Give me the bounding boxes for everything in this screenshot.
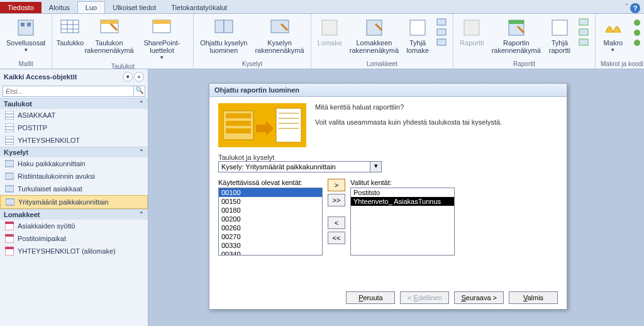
list-item[interactable]: 00200 xyxy=(219,215,322,223)
report-wizard-dialog: Ohjattu raportin luominen xyxy=(209,83,567,310)
sharepoint-icon xyxy=(152,18,172,38)
ribbon-btn-raportti: Raportti xyxy=(457,16,487,59)
add-all-fields-button[interactable]: >> xyxy=(328,194,345,206)
query-object-icon xyxy=(6,198,14,206)
ribbon-group-label: Lomakkeet xyxy=(315,59,449,69)
dropdown-icon[interactable]: ▾ xyxy=(370,161,382,172)
table-object-icon xyxy=(5,111,14,120)
next-button[interactable]: Seuraava > xyxy=(454,291,504,304)
selected-fields-label: Valitut kentät: xyxy=(350,179,455,186)
svg-rect-47 xyxy=(5,234,14,237)
ribbon-minimize-icon[interactable]: ˇ xyxy=(626,3,628,13)
svg-rect-31 xyxy=(5,111,14,120)
nav-item-asiakkaiden-syotto[interactable]: Asiakkaiden syöttö xyxy=(0,220,148,232)
nav-item-postitp[interactable]: POSTITP xyxy=(0,121,148,134)
ribbon-btn-kyselyn-rakenne[interactable]: Kyselyn rakennenäkymä xyxy=(252,16,306,59)
svg-rect-15 xyxy=(322,20,337,35)
ribbon-btn-taulukko[interactable]: Taulukko xyxy=(56,16,84,62)
form-icon xyxy=(319,18,340,38)
list-item[interactable]: 00100 xyxy=(219,188,322,197)
list-item[interactable]: 00150 xyxy=(219,197,322,206)
svg-rect-11 xyxy=(153,20,170,24)
nav-item-haku-paikkakunnittain[interactable]: Haku paikkakunnittain xyxy=(0,157,148,170)
svg-rect-49 xyxy=(5,247,14,249)
nav-item-yritysmaarat[interactable]: Yritysmäärät paikkakunnittain xyxy=(0,195,148,209)
ribbon-btn-raportti-more[interactable] xyxy=(576,16,591,59)
form-design-icon xyxy=(364,18,384,38)
tab-external[interactable]: Ulkoiset tiedot xyxy=(105,2,164,13)
dialog-title: Ohjattu raportin luominen xyxy=(209,84,567,97)
nav-section-taulukot[interactable]: Taulukot⌃ xyxy=(0,98,148,109)
svg-rect-53 xyxy=(226,121,251,126)
query-design-icon xyxy=(270,18,290,38)
available-fields-label: Käytettävissä olevat kentät: xyxy=(218,179,323,186)
ribbon-btn-ohjattu-kysely[interactable]: Ohjattu kyselyn luominen xyxy=(197,16,250,59)
svg-rect-27 xyxy=(579,39,588,45)
ribbon-btn-sharepoint[interactable]: SharePoint-luettelot▾ xyxy=(135,16,189,62)
more-forms-icon xyxy=(436,18,447,48)
ribbon-tabs: Tiedosto Aloitus Luo Ulkoiset tiedot Tie… xyxy=(0,0,644,14)
ribbon-btn-tyhja-lomake[interactable]: Tyhjä lomake xyxy=(404,16,431,59)
source-label: Taulukot ja kyselyt xyxy=(218,154,558,161)
svg-rect-18 xyxy=(437,19,446,25)
nav-item-turkulaiset[interactable]: Turkulaiset asiakkaat xyxy=(0,183,148,195)
macro-icon xyxy=(603,18,623,38)
list-item[interactable]: 00330 xyxy=(219,241,322,250)
nav-dropdown-icon[interactable]: ▾ xyxy=(123,72,133,82)
ribbon-btn-lomake-more[interactable] xyxy=(434,16,449,59)
nav-section-lomakkeet[interactable]: Lomakkeet⌃ xyxy=(0,209,148,220)
svg-point-28 xyxy=(634,20,640,26)
nav-item-asiakkaat[interactable]: ASIAKKAAT xyxy=(0,109,148,121)
finish-button[interactable]: Valmis xyxy=(509,291,558,304)
tab-dbtools[interactable]: Tietokantatyökalut xyxy=(164,2,235,13)
svg-rect-23 xyxy=(509,20,524,24)
ribbon-btn-raportin-rakenne[interactable]: Raportin rakennenäkymä xyxy=(489,16,543,59)
svg-rect-20 xyxy=(437,39,446,45)
form-object-icon xyxy=(5,222,14,230)
ribbon-btn-sovellusosat[interactable]: Sovellusosat▾ xyxy=(4,16,48,59)
ribbon-group-raportit: Raportti Raportin rakennenäkymä Tyhjä ra… xyxy=(453,14,596,69)
svg-rect-19 xyxy=(437,29,446,35)
available-fields-list[interactable]: 00100 00150 00180 00200 00260 00270 0033… xyxy=(218,188,323,256)
cancel-button[interactable]: Peruuta xyxy=(346,291,395,304)
ribbon-group-taulukot: Taulukko Taulukon rakennenäkymä SharePoi… xyxy=(52,14,194,69)
list-item[interactable]: 00270 xyxy=(219,232,322,241)
nav-collapse-icon[interactable]: « xyxy=(134,72,144,82)
add-field-button[interactable]: > xyxy=(328,179,345,191)
nav-section-kyselyt[interactable]: Kyselyt⌃ xyxy=(0,147,148,157)
tab-create[interactable]: Luo xyxy=(77,1,105,13)
svg-rect-3 xyxy=(61,20,79,33)
list-item[interactable]: Yhteenveto_ AsiakasTunnus xyxy=(351,197,454,206)
svg-rect-41 xyxy=(5,173,14,179)
nav-item-postitoimipaikat[interactable]: Postitoimipaikat xyxy=(0,232,148,245)
blank-form-icon xyxy=(408,18,428,38)
ribbon-btn-makro-more[interactable] xyxy=(630,16,644,59)
source-combo[interactable]: ▾ xyxy=(218,161,382,172)
nav-item-ristiintaulukointi[interactable]: Ristiintaulukoinnin avuksi xyxy=(0,170,148,183)
nav-title[interactable]: Kaikki Access-objektit ▾« xyxy=(0,69,148,84)
svg-rect-42 xyxy=(5,186,14,192)
ribbon-btn-taulukon-rakenne[interactable]: Taulukon rakennenäkymä xyxy=(86,16,131,62)
ribbon-group-label: Makrot ja koodi xyxy=(599,59,644,69)
ribbon-btn-tyhja-raportti[interactable]: Tyhjä raportti xyxy=(546,16,574,59)
list-item[interactable]: 00260 xyxy=(219,223,322,232)
help-icon[interactable]: ? xyxy=(630,3,640,13)
tab-home[interactable]: Aloitus xyxy=(42,2,77,13)
list-item[interactable]: 00180 xyxy=(219,206,322,215)
svg-rect-40 xyxy=(5,160,14,167)
search-icon[interactable]: 🔍 xyxy=(134,86,145,97)
selected-fields-list[interactable]: Postitsto Yhteenveto_ AsiakasTunnus xyxy=(350,188,455,256)
remove-all-fields-button[interactable]: << xyxy=(328,232,345,244)
nav-search-input[interactable] xyxy=(3,86,134,97)
ribbon-btn-makro[interactable]: Makro▾ xyxy=(599,16,627,59)
nav-item-yhteyshenkilot-alilomake[interactable]: YHTEYSHENKILOT (alilomake) xyxy=(0,245,148,257)
list-item[interactable]: 00340 xyxy=(219,250,322,256)
list-item[interactable]: Postitsto xyxy=(351,188,454,197)
table-object-icon xyxy=(5,136,14,145)
tab-file[interactable]: Tiedosto xyxy=(0,2,42,13)
source-combo-input[interactable] xyxy=(218,161,370,172)
remove-field-button[interactable]: < xyxy=(328,216,345,229)
more-reports-icon xyxy=(579,18,589,48)
ribbon-btn-lomakkeen-rakenne[interactable]: Lomakkeen rakennenäkymä xyxy=(347,16,401,59)
nav-item-yhteyshenkilot[interactable]: YHTEYSHENKILOT xyxy=(0,134,148,147)
